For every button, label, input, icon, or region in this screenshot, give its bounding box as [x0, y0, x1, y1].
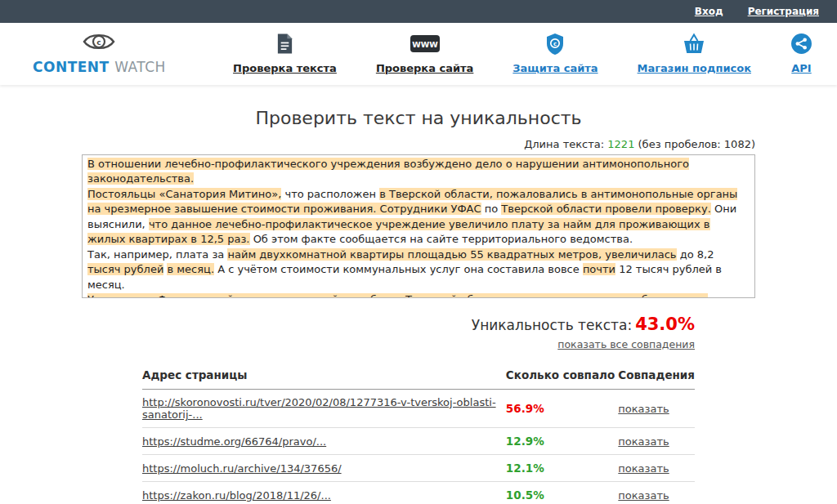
- result-url-link[interactable]: https://moluch.ru/archive/134/37656/: [142, 462, 342, 475]
- api-icon: [790, 32, 812, 56]
- nav-label: Проверка сайта: [376, 62, 473, 74]
- highlighted-text-segment: тысяч рублей: [87, 263, 163, 275]
- nav-label: Магазин подписок: [638, 62, 751, 74]
- table-row: https://studme.org/66764/pravo/... 12.9%…: [142, 428, 695, 455]
- text-segment: Об этом факте сообщается на сайте террит…: [250, 233, 633, 245]
- nav-item-site-check[interactable]: WWW Проверка сайта: [376, 32, 473, 74]
- uniqueness-result: Уникальность текста:43.0%: [142, 314, 695, 334]
- result-url-link[interactable]: https://zakon.ru/blog/2018/11/26/...: [142, 489, 331, 502]
- match-percent: 12.1%: [506, 462, 544, 475]
- shield-icon: c: [545, 32, 565, 56]
- document-icon: [275, 32, 294, 56]
- length-label: Длина текста:: [524, 138, 604, 150]
- show-match-link[interactable]: показать: [618, 403, 669, 415]
- highlighted-text-segment: Постояльцы «Санатория Митино»,: [87, 188, 281, 200]
- length-no-spaces: (без пробелов: 1082): [638, 138, 755, 150]
- table-row: https://zakon.ru/blog/2018/11/26/... 10.…: [142, 482, 695, 504]
- main: Проверить текст на уникальность Длина те…: [0, 108, 837, 504]
- logo-watch: WATCH: [114, 59, 166, 75]
- table-row: http://skoronovosti.ru/tver/2020/02/08/1…: [142, 390, 695, 428]
- topbar: Вход Регистрация: [0, 0, 837, 23]
- logo-content: CONTENT: [33, 59, 110, 75]
- svg-text:c: c: [97, 38, 101, 47]
- highlighted-text-segment: В отношении лечебно-профилактического уч…: [87, 158, 689, 185]
- nav-label: Проверка текста: [233, 62, 337, 74]
- column-header-matches: Совпадения: [618, 361, 695, 390]
- text-segment: по: [481, 203, 502, 215]
- text-segment: до 8,2: [677, 248, 714, 261]
- result-url-link[interactable]: https://studme.org/66764/pravo/...: [142, 435, 326, 448]
- uniqueness-value: 43.0%: [635, 314, 695, 334]
- length-value: 1221: [607, 138, 634, 150]
- login-link[interactable]: Вход: [695, 6, 723, 17]
- uniqueness-label: Уникальность текста:: [472, 317, 632, 333]
- header: c CONTENT WATCH Проверка текста: [0, 23, 837, 85]
- svg-text:c: c: [553, 41, 557, 47]
- matches-table: Адрес страницы Сколько совпало Совпадени…: [142, 361, 695, 504]
- result-url-link[interactable]: http://skoronovosti.ru/tver/2020/02/08/1…: [142, 396, 496, 421]
- text-length-info: Длина текста: 1221 (без пробелов: 1082): [82, 138, 755, 150]
- nav-item-subscriptions[interactable]: Магазин подписок: [638, 32, 751, 74]
- highlighted-text-segment: почти: [583, 263, 615, 275]
- show-match-link[interactable]: показать: [618, 462, 669, 475]
- nav-label: API: [791, 62, 811, 74]
- svg-text:WWW: WWW: [412, 40, 438, 49]
- table-row: https://moluch.ru/archive/134/37656/ 12.…: [142, 455, 695, 482]
- text-segment: А с учётом стоимости коммунальных услуг …: [214, 263, 583, 275]
- match-percent: 12.9%: [506, 435, 544, 448]
- column-header-url: Адрес страницы: [142, 361, 506, 390]
- main-nav: Проверка текста WWW Проверка сайта c Защ…: [233, 32, 812, 74]
- text-segment: Так, например, плата за: [87, 248, 227, 261]
- logo[interactable]: c CONTENT WATCH: [33, 30, 166, 75]
- highlighted-text-segment: Управление Федеральной антимонопольной с…: [87, 293, 723, 298]
- www-icon: WWW: [410, 32, 441, 56]
- nav-item-site-protection[interactable]: c Защита сайта: [512, 32, 598, 74]
- match-percent: 10.5%: [506, 488, 544, 502]
- highlighted-text-segment: Тверской области провели проверку.: [501, 203, 710, 215]
- text-segment: что расположен: [281, 188, 379, 200]
- highlighted-text-segment: найм двухкомнатной квартиры площадью 55 …: [227, 248, 676, 261]
- eye-copyright-logo-icon: c: [83, 30, 115, 56]
- table-header-row: Адрес страницы Сколько совпало Совпадени…: [142, 361, 695, 390]
- register-link[interactable]: Регистрация: [748, 6, 819, 17]
- nav-item-text-check[interactable]: Проверка текста: [233, 32, 337, 74]
- column-header-percent: Сколько совпало: [506, 361, 618, 390]
- page-title: Проверить текст на уникальность: [0, 108, 837, 128]
- basket-icon: [683, 32, 705, 56]
- logo-text: CONTENT WATCH: [33, 59, 166, 75]
- match-percent: 56.9%: [506, 402, 544, 415]
- result-section: Уникальность текста:43.0% показать все с…: [142, 314, 695, 351]
- highlighted-text-segment: в месяц.: [167, 263, 214, 275]
- show-match-link[interactable]: показать: [618, 489, 669, 502]
- nav-label: Защита сайта: [512, 62, 598, 74]
- text-input[interactable]: В отношении лечебно-профилактического уч…: [82, 154, 755, 298]
- nav-item-api[interactable]: API: [790, 32, 812, 74]
- show-match-link[interactable]: показать: [618, 435, 669, 448]
- show-all-matches-link[interactable]: показать все совпадения: [557, 338, 695, 350]
